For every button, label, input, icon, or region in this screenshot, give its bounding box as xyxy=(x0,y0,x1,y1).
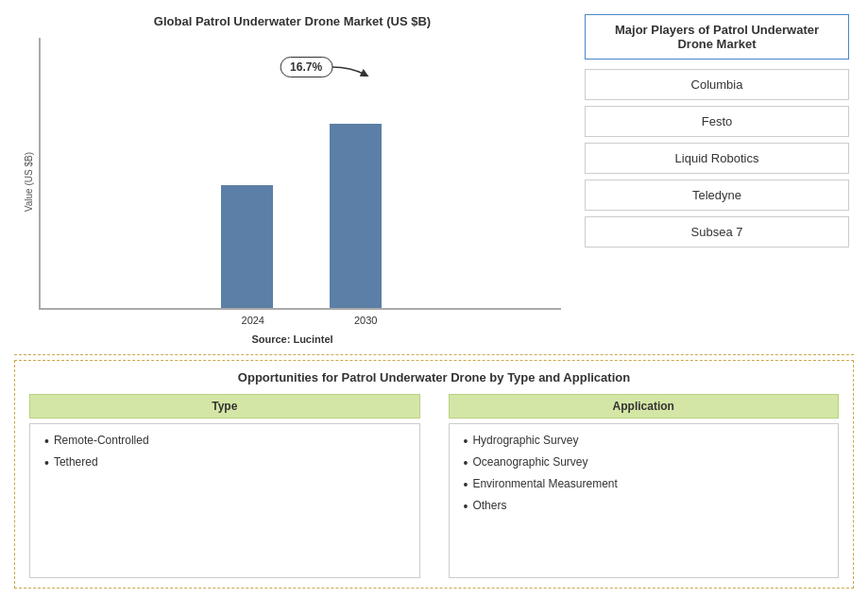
x-axis-labels: 2024 2030 xyxy=(39,315,561,326)
player-subsea7: Subsea 7 xyxy=(585,216,849,248)
type-item-remote: • Remote-Controlled xyxy=(44,434,405,448)
application-body: • Hydrographic Survey • Oceanographic Su… xyxy=(449,423,840,578)
bottom-section: Opportunities for Patrol Underwater Dron… xyxy=(14,360,854,589)
annotation-label: 16.7% xyxy=(290,60,322,74)
type-body: • Remote-Controlled • Tethered xyxy=(29,423,420,578)
app-item-others: • Others xyxy=(464,499,825,513)
type-column: Type • Remote-Controlled • Tethered xyxy=(29,394,420,578)
bullet-icon: • xyxy=(464,435,468,448)
chart-wrapper: Value (US $B) 16.7% xyxy=(24,38,561,326)
source-label: Source: Lucintel xyxy=(251,333,332,345)
player-columbia: Columbia xyxy=(585,69,849,100)
bullet-icon: • xyxy=(464,456,468,470)
bar-label-2024: 2024 xyxy=(242,315,264,326)
app-item-hydrographic-label: Hydrographic Survey xyxy=(472,434,578,447)
bar-2024 xyxy=(221,185,273,308)
app-item-environmental-label: Environmental Measurement xyxy=(472,477,617,490)
chart-title: Global Patrol Underwater Drone Market (U… xyxy=(154,14,431,28)
annotation-arrow-icon xyxy=(332,58,369,77)
app-item-hydrographic: • Hydrographic Survey xyxy=(464,434,825,448)
bars-area: 16.7% xyxy=(39,38,561,310)
bar-2030 xyxy=(330,124,382,308)
section-divider xyxy=(14,354,854,355)
bar-group-2024 xyxy=(221,185,273,308)
major-players-panel: Major Players of Patrol Underwater Drone… xyxy=(580,9,854,350)
app-item-others-label: Others xyxy=(472,499,506,512)
application-column: Application • Hydrographic Survey • Ocea… xyxy=(449,394,840,578)
player-teledyne: Teledyne xyxy=(585,179,849,211)
main-container: Global Patrol Underwater Drone Market (U… xyxy=(0,0,868,598)
bar-label-2030: 2030 xyxy=(354,315,377,326)
player-liquid-robotics: Liquid Robotics xyxy=(585,143,849,174)
app-item-oceanographic-label: Oceanographic Survey xyxy=(472,455,587,469)
bullet-icon: • xyxy=(464,500,468,513)
type-item-tethered: • Tethered xyxy=(44,455,405,470)
app-item-environmental: • Environmental Measurement xyxy=(464,477,825,491)
type-item-tethered-label: Tethered xyxy=(54,455,98,469)
chart-content: 16.7% xyxy=(39,38,561,326)
bullet-icon: • xyxy=(464,478,468,491)
annotation-bubble: 16.7% xyxy=(280,57,332,77)
opportunities-columns: Type • Remote-Controlled • Tethered Appl… xyxy=(29,394,839,578)
player-festo: Festo xyxy=(585,106,849,137)
bullet-icon: • xyxy=(44,456,49,470)
type-item-remote-label: Remote-Controlled xyxy=(54,434,149,447)
chart-area: Global Patrol Underwater Drone Market (U… xyxy=(14,9,570,350)
app-item-oceanographic: • Oceanographic Survey xyxy=(464,455,825,470)
bullet-icon: • xyxy=(44,435,49,448)
bar-group-2030 xyxy=(330,124,382,308)
type-header: Type xyxy=(29,394,420,419)
y-axis-label: Value (US $B) xyxy=(24,152,34,212)
players-title: Major Players of Patrol Underwater Drone… xyxy=(585,14,849,60)
application-header: Application xyxy=(449,394,840,419)
cagr-annotation: 16.7% xyxy=(280,57,332,77)
opportunities-title: Opportunities for Patrol Underwater Dron… xyxy=(29,370,839,384)
top-section: Global Patrol Underwater Drone Market (U… xyxy=(14,9,854,350)
